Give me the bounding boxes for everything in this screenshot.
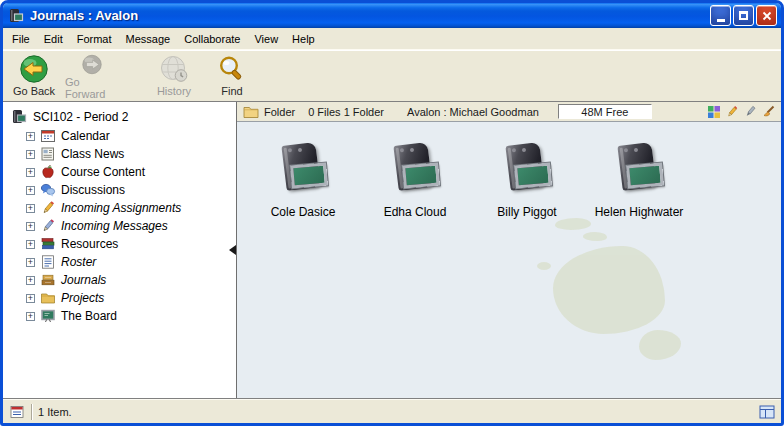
splitter-collapse-arrow[interactable] (229, 245, 236, 255)
right-pane: Folder 0 Files 1 Folder Avalon : Michael… (237, 102, 781, 398)
status-bar: 1 Item. (3, 399, 781, 423)
status-text: 1 Item. (38, 406, 72, 418)
journal-book-icon (386, 144, 444, 196)
tree-item-incoming-assignments[interactable]: + Incoming Assignments (3, 199, 236, 217)
calendar-icon (40, 128, 56, 144)
journal-book-icon (610, 144, 668, 196)
tree-item-projects[interactable]: + Projects (3, 289, 236, 307)
go-back-button[interactable]: Go Back (7, 52, 61, 100)
journals-icon (40, 272, 56, 288)
tree-item-course-content[interactable]: + Course Content (3, 163, 236, 181)
expand-icon[interactable]: + (26, 150, 35, 159)
journal-book-icon (498, 144, 556, 196)
window-controls (710, 5, 777, 26)
minimize-button[interactable] (710, 5, 731, 26)
menu-format[interactable]: Format (70, 30, 119, 48)
connection-info: Avalon : Michael Goodman (407, 106, 539, 118)
folder-label: Folder (264, 106, 295, 118)
projects-icon (40, 290, 56, 306)
expand-icon[interactable]: + (26, 186, 35, 195)
window-title: Journals : Avalon (28, 8, 706, 23)
journal-item-helen[interactable]: Helen Highwater (587, 144, 691, 219)
journal-item-edha[interactable]: Edha Cloud (363, 144, 467, 219)
menu-edit[interactable]: Edit (37, 30, 70, 48)
tree-item-journals[interactable]: + Journals (3, 271, 236, 289)
tree-item-label: Roster (61, 255, 96, 269)
go-back-icon (19, 54, 49, 84)
maximize-icon (739, 11, 748, 20)
pencil-icon[interactable] (725, 105, 739, 119)
menu-view[interactable]: View (247, 30, 285, 48)
tree-item-roster[interactable]: + Roster (3, 253, 236, 271)
go-forward-icon (77, 54, 107, 75)
tree-root-item[interactable]: SCI102 - Period 2 (3, 107, 236, 127)
tree-item-class-news[interactable]: + Class News (3, 145, 236, 163)
close-icon (762, 11, 772, 21)
find-icon (217, 54, 247, 84)
tree-item-incoming-messages[interactable]: + Incoming Messages (3, 217, 236, 235)
assignments-icon (40, 200, 56, 216)
info-bar: Folder 0 Files 1 Folder Avalon : Michael… (237, 102, 781, 122)
expand-icon[interactable]: + (26, 312, 35, 321)
find-button[interactable]: Find (205, 52, 259, 100)
tree-item-resources[interactable]: + Resources (3, 235, 236, 253)
journal-item-label: Helen Highwater (595, 205, 684, 219)
find-label: Find (221, 85, 242, 97)
maximize-button[interactable] (733, 5, 754, 26)
tree-item-label: Class News (61, 147, 124, 161)
tree-item-label: Incoming Assignments (61, 201, 181, 215)
board-icon (40, 308, 56, 324)
history-button[interactable]: History (147, 52, 201, 100)
tree-item-discussions[interactable]: + Discussions (3, 181, 236, 199)
expand-icon[interactable]: + (26, 132, 35, 141)
tree-root-label: SCI102 - Period 2 (33, 110, 128, 124)
menu-collaborate[interactable]: Collaborate (177, 30, 247, 48)
expand-icon[interactable]: + (26, 222, 35, 231)
news-icon (40, 146, 56, 162)
go-back-label: Go Back (13, 85, 55, 97)
view-layout-icon[interactable] (707, 105, 721, 119)
course-content-icon (40, 164, 56, 180)
expand-icon[interactable]: + (26, 168, 35, 177)
journal-book-icon (274, 144, 332, 196)
roster-icon (40, 254, 56, 270)
free-space-indicator: 48M Free (558, 104, 652, 119)
go-forward-label: Go Forward (65, 76, 119, 100)
history-label: History (157, 85, 191, 97)
expand-icon[interactable]: + (26, 294, 35, 303)
journal-item-label: Cole Dasice (271, 205, 336, 219)
menu-help[interactable]: Help (285, 30, 322, 48)
expand-icon[interactable]: + (26, 240, 35, 249)
tree-item-the-board[interactable]: + The Board (3, 307, 236, 325)
journal-item-billy[interactable]: Billy Piggot (475, 144, 579, 219)
status-window-icon[interactable] (759, 404, 775, 420)
expand-icon[interactable]: + (26, 276, 35, 285)
toolbar: Go Back Go Forward History (3, 49, 781, 101)
journal-item-cole[interactable]: Cole Dasice (251, 144, 355, 219)
title-bar[interactable]: Journals : Avalon (3, 3, 781, 28)
menu-message[interactable]: Message (119, 30, 178, 48)
folder-counts: 0 Files 1 Folder (308, 106, 384, 118)
resources-icon (40, 236, 56, 252)
menu-file[interactable]: File (5, 30, 37, 48)
minimize-icon (717, 19, 725, 22)
folder-icon (243, 104, 259, 120)
go-forward-button[interactable]: Go Forward (65, 52, 119, 100)
expand-icon[interactable]: + (26, 204, 35, 213)
expand-icon[interactable]: + (26, 258, 35, 267)
folder-tree: SCI102 - Period 2 + Calendar + Class New… (3, 102, 237, 398)
tree-item-calendar[interactable]: + Calendar (3, 127, 236, 145)
class-journal-icon (11, 109, 27, 125)
folder-content: Cole Dasice Edha Cloud Billy Piggot Hele… (237, 122, 781, 398)
tree-item-label: Resources (61, 237, 118, 251)
menu-bar: File Edit Format Message Collaborate Vie… (3, 28, 781, 49)
pen-icon[interactable] (743, 105, 757, 119)
status-items-icon (9, 404, 25, 420)
discussions-icon (40, 182, 56, 198)
tree-item-label: Calendar (61, 129, 110, 143)
tree-item-label: Projects (61, 291, 104, 305)
close-button[interactable] (756, 5, 777, 26)
info-bar-tools (707, 105, 775, 119)
messages-icon (40, 218, 56, 234)
brush-icon[interactable] (761, 105, 775, 119)
